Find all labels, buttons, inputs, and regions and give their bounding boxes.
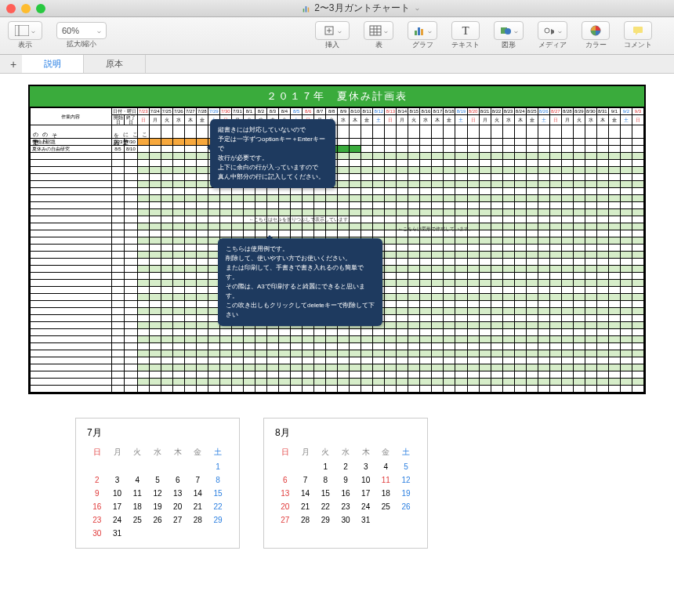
empty-cell[interactable]: [608, 237, 620, 245]
empty-cell[interactable]: [350, 160, 361, 167]
empty-cell[interactable]: [538, 294, 549, 301]
empty-cell[interactable]: [561, 245, 573, 252]
task-cell[interactable]: [137, 139, 149, 146]
empty-cell[interactable]: [596, 259, 608, 266]
empty-cell[interactable]: [526, 343, 538, 350]
task-cell[interactable]: [455, 139, 467, 146]
empty-cell[interactable]: [502, 160, 514, 167]
empty-cell[interactable]: [526, 230, 538, 237]
empty-cell[interactable]: [561, 315, 573, 322]
empty-cell[interactable]: [467, 308, 479, 315]
empty-cell[interactable]: [420, 209, 432, 216]
calendar-august[interactable]: 8月 日月火水木金土123456789101112131415161718192…: [263, 418, 428, 549]
empty-cell[interactable]: [467, 294, 479, 301]
empty-cell[interactable]: [620, 195, 632, 202]
empty-cell[interactable]: [172, 252, 184, 259]
empty-cell[interactable]: [573, 245, 585, 252]
empty-cell[interactable]: [408, 174, 420, 181]
empty-cell[interactable]: [608, 216, 620, 223]
empty-cell[interactable]: [538, 280, 549, 287]
empty-cell[interactable]: [373, 386, 385, 393]
empty-cell[interactable]: [420, 195, 432, 202]
empty-cell[interactable]: [596, 343, 608, 350]
task-cell[interactable]: [149, 139, 161, 146]
empty-cell[interactable]: [338, 160, 350, 167]
empty-cell[interactable]: [161, 301, 172, 308]
empty-cell[interactable]: [338, 357, 350, 364]
empty-cell[interactable]: [243, 336, 255, 343]
empty-cell[interactable]: [467, 343, 479, 350]
empty-cell[interactable]: [608, 266, 620, 273]
empty-label[interactable]: [31, 237, 112, 245]
empty-cell[interactable]: [385, 174, 397, 181]
empty-cell[interactable]: [620, 160, 632, 167]
empty-cell[interactable]: [632, 195, 643, 202]
empty-cell[interactable]: [385, 237, 397, 245]
empty-cell[interactable]: [420, 301, 432, 308]
empty-cell[interactable]: [514, 308, 526, 315]
empty-cell[interactable]: [219, 343, 231, 350]
empty-cell[interactable]: [326, 188, 338, 195]
empty-cell[interactable]: [184, 209, 196, 216]
empty-cell[interactable]: [420, 350, 432, 357]
empty-cell[interactable]: [514, 230, 526, 237]
empty-cell[interactable]: [255, 202, 266, 209]
empty-cell[interactable]: [632, 259, 643, 266]
empty-cell[interactable]: [397, 266, 408, 273]
empty-cell[interactable]: [502, 280, 514, 287]
schedule-cell[interactable]: [549, 125, 561, 139]
empty-cell[interactable]: [231, 202, 243, 209]
empty-cell[interactable]: [397, 252, 408, 259]
empty-cell[interactable]: [455, 160, 467, 167]
empty-cell[interactable]: [161, 322, 172, 329]
empty-cell[interactable]: [314, 371, 326, 379]
empty-cell[interactable]: [620, 280, 632, 287]
empty-cell[interactable]: [538, 160, 549, 167]
empty-cell[interactable]: [467, 209, 479, 216]
empty-cell[interactable]: [538, 223, 549, 230]
empty-cell[interactable]: [303, 202, 314, 209]
empty-cell[interactable]: [432, 252, 444, 259]
empty-cell[interactable]: [161, 343, 172, 350]
empty-cell[interactable]: [350, 386, 361, 393]
empty-cell[interactable]: [291, 386, 303, 393]
empty-label[interactable]: [31, 259, 112, 266]
empty-cell[interactable]: [479, 386, 491, 393]
empty-cell[interactable]: [549, 223, 561, 230]
task-cell[interactable]: [361, 146, 373, 153]
empty-cell[interactable]: [161, 167, 172, 174]
empty-cell[interactable]: [208, 195, 219, 202]
empty-cell[interactable]: [196, 329, 208, 336]
empty-cell[interactable]: [608, 350, 620, 357]
empty-cell[interactable]: [455, 350, 467, 357]
empty-cell[interactable]: [196, 160, 208, 167]
empty-cell[interactable]: [432, 287, 444, 294]
empty-cell[interactable]: [549, 252, 561, 259]
empty-cell[interactable]: [137, 266, 149, 273]
empty-cell[interactable]: [231, 329, 243, 336]
empty-cell[interactable]: [266, 350, 278, 357]
empty-cell[interactable]: [573, 343, 585, 350]
empty-cell[interactable]: [184, 371, 196, 379]
empty-cell[interactable]: [172, 301, 184, 308]
empty-cell[interactable]: [444, 350, 455, 357]
empty-cell[interactable]: [585, 153, 596, 160]
empty-label[interactable]: [31, 195, 112, 202]
task-cell[interactable]: [385, 139, 397, 146]
empty-cell[interactable]: [196, 266, 208, 273]
empty-cell[interactable]: [561, 153, 573, 160]
empty-cell[interactable]: [561, 301, 573, 308]
empty-cell[interactable]: [291, 329, 303, 336]
empty-cell[interactable]: [561, 209, 573, 216]
empty-cell[interactable]: [608, 357, 620, 364]
empty-cell[interactable]: [149, 202, 161, 209]
empty-cell[interactable]: [338, 202, 350, 209]
empty-cell[interactable]: [397, 245, 408, 252]
empty-cell[interactable]: [573, 259, 585, 266]
empty-cell[interactable]: [208, 364, 219, 371]
zoom-icon[interactable]: [36, 4, 45, 13]
empty-cell[interactable]: [172, 259, 184, 266]
empty-cell[interactable]: [608, 294, 620, 301]
empty-cell[interactable]: [243, 343, 255, 350]
cal-day[interactable]: [295, 460, 316, 473]
